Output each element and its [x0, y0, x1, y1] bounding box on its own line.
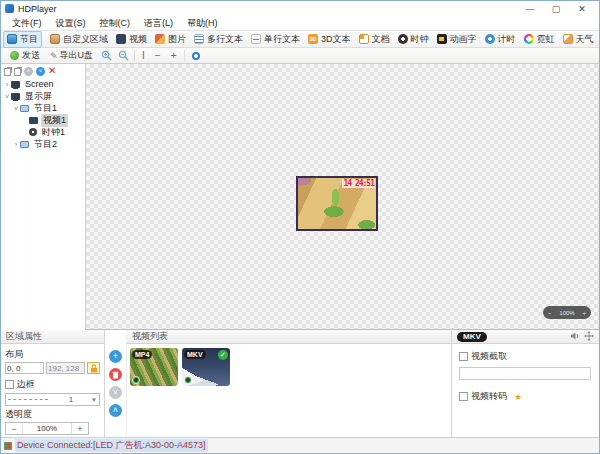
menu-settings[interactable]: 设置(S) — [49, 17, 93, 30]
video-options-header: MKV — [452, 330, 599, 344]
video-transcode-checkbox[interactable] — [459, 392, 468, 401]
video-thumbnail-mkv[interactable]: MKV ✓ — [182, 348, 230, 386]
zoom-in-icon[interactable] — [101, 47, 112, 65]
program-node-icon — [20, 105, 29, 112]
expander-icon[interactable]: › — [12, 140, 20, 149]
clock-overlay-region[interactable]: 14 24:51 — [342, 179, 375, 188]
video-transcode-label: 视频转码 — [471, 390, 507, 403]
close-button[interactable]: ✕ — [569, 2, 595, 16]
toolbar-clock-label: 时钟 — [411, 33, 429, 46]
move-video-down-button[interactable]: ˅ — [109, 386, 122, 399]
border-style-select[interactable]: 1 ▼ — [5, 393, 100, 406]
video-preview-region[interactable]: 14 24:51 — [296, 176, 378, 231]
paste-icon[interactable] — [14, 68, 21, 76]
toolbar-singleline-text-label: 单行文本 — [264, 33, 300, 46]
hint-star-icon: ★ — [514, 392, 522, 402]
format-badge: MP4 — [132, 350, 152, 359]
expander-icon[interactable]: ˅ — [12, 104, 20, 113]
position-input[interactable] — [5, 362, 44, 374]
tree-item-program2[interactable]: › 节目2 — [1, 138, 85, 150]
info-icon[interactable] — [192, 52, 200, 60]
connection-status-text: Device Connected:[LED 广告机:A30-00-A4573] — [15, 439, 208, 452]
toolbar-multiline-text[interactable]: 多行文本 — [190, 31, 247, 48]
toolbar-singleline-text[interactable]: 单行文本 — [247, 31, 304, 48]
toolbar-video[interactable]: 视频 — [112, 31, 151, 48]
enlarge-tool[interactable]: + — [166, 50, 182, 61]
toolbar-3d-text[interactable]: 3D3D文本 — [304, 31, 355, 48]
cursor-tool[interactable]: I — [137, 50, 150, 61]
menu-file[interactable]: 文件(F) — [5, 17, 49, 30]
delete-video-button[interactable] — [109, 368, 122, 381]
move-up-icon[interactable]: ˄ — [24, 67, 33, 76]
maximize-button[interactable]: ▢ — [543, 2, 569, 16]
video-capture-input[interactable] — [459, 367, 591, 380]
toolbar-custom-area[interactable]: 自定义区域 — [46, 31, 112, 48]
opacity-stepper[interactable]: − 100% + — [5, 422, 89, 435]
video-icon — [116, 34, 126, 44]
video-list-panel: 视频列表 MP4 MKV ✓ — [127, 330, 451, 437]
shrink-tool[interactable]: − — [150, 50, 166, 61]
tree-toolbar: ˄ ˅ ✕ — [1, 64, 85, 78]
tree-label: Screen — [23, 79, 56, 89]
toolbar-animated-text[interactable]: 动画字 — [433, 31, 481, 48]
program-node-icon — [20, 141, 29, 148]
neon-icon — [524, 34, 534, 44]
export-usb-label: 导出U盘 — [60, 49, 94, 62]
border-style-preview — [8, 399, 48, 400]
opacity-value: 100% — [22, 423, 72, 434]
toolbar-weather-label: 天气 — [576, 33, 594, 46]
toolbar-multiline-text-label: 多行文本 — [207, 33, 243, 46]
move-icon[interactable] — [584, 331, 594, 343]
move-down-icon[interactable]: ˅ — [36, 67, 45, 76]
tree-item-clock1[interactable]: 时钟1 — [1, 126, 85, 138]
lock-ratio-button[interactable] — [87, 362, 100, 374]
toolbar-custom-area-label: 自定义区域 — [63, 33, 108, 46]
window-title: HDPlayer — [18, 4, 517, 14]
tree-item-screen[interactable]: › Screen — [1, 78, 85, 90]
toolbar-neon-label: 霓虹 — [537, 33, 555, 46]
canvas-zoom-in[interactable]: + — [582, 310, 586, 316]
move-video-up-button[interactable]: ˄ — [109, 404, 122, 417]
video-capture-checkbox[interactable] — [459, 352, 468, 361]
border-label: 边框 — [17, 378, 35, 391]
copy-icon[interactable] — [4, 68, 11, 76]
volume-icon[interactable] — [570, 331, 580, 343]
canvas-zoom-control[interactable]: − 100% + — [543, 306, 591, 319]
design-canvas[interactable]: 14 24:51 − 100% + — [86, 64, 599, 330]
tree-item-display[interactable]: ˅ 显示屏 — [1, 90, 85, 102]
opacity-increase-button[interactable]: + — [72, 424, 88, 434]
border-checkbox[interactable] — [5, 380, 14, 389]
toolbar-weather[interactable]: 天气 — [559, 31, 598, 48]
tree-item-video1[interactable]: 视频1 — [1, 114, 85, 126]
toolbar-image[interactable]: 图片 — [151, 31, 190, 48]
delete-node-icon[interactable]: ✕ — [48, 66, 56, 76]
expander-icon[interactable]: ˅ — [3, 92, 11, 101]
timer-icon — [485, 34, 495, 44]
menu-language[interactable]: 语言(L) — [137, 17, 180, 30]
minimize-button[interactable]: — — [517, 2, 543, 16]
toolbar-program[interactable]: 节目 — [3, 31, 42, 48]
toolbar-document[interactable]: 文档 — [355, 31, 394, 48]
secondary-toolbar: 发送 ✎导出U盘 I − + — [1, 48, 599, 64]
expander-icon[interactable]: › — [3, 80, 11, 89]
zoom-out-icon[interactable] — [118, 47, 129, 65]
video-thumbnail-mp4[interactable]: MP4 — [130, 348, 178, 386]
send-button[interactable]: 发送 — [5, 49, 45, 62]
toolbar-clock[interactable]: 时钟 — [394, 31, 433, 48]
opacity-decrease-button[interactable]: − — [6, 424, 22, 434]
export-usb-button[interactable]: ✎导出U盘 — [45, 49, 98, 62]
app-icon — [5, 4, 14, 13]
toolbar-program-label: 节目 — [20, 33, 38, 46]
menu-control[interactable]: 控制(C) — [93, 17, 138, 30]
connection-icon — [4, 442, 12, 450]
animated-text-icon — [437, 34, 447, 44]
size-input[interactable] — [46, 362, 85, 374]
add-video-button[interactable]: + — [109, 350, 122, 363]
tree-item-program1[interactable]: ˅ 节目1 — [1, 102, 85, 114]
toolbar-timer[interactable]: 计时 — [481, 31, 520, 48]
menu-help[interactable]: 帮助(H) — [180, 17, 225, 30]
toolbar-neon[interactable]: 霓虹 — [520, 31, 559, 48]
video-list-header: 视频列表 — [127, 330, 451, 344]
main-area: ˄ ˅ ✕ › Screen ˅ 显示屏 ˅ 节目1 — [1, 64, 599, 330]
canvas-zoom-out[interactable]: − — [548, 310, 552, 316]
